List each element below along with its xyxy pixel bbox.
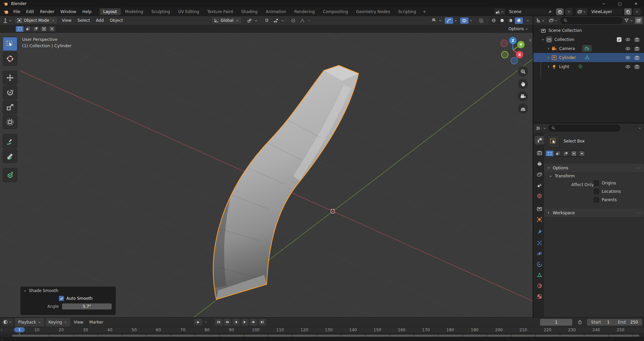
viewport-menu-add[interactable]: Add [93,18,107,23]
tab-workspace-rendering[interactable]: Rendering [290,8,318,15]
nav-pan-button[interactable] [518,79,528,89]
shading-material-preview-button[interactable] [506,17,515,24]
shading-solid-button[interactable] [498,17,506,24]
xray-toggle-icon[interactable] [477,17,485,24]
menu-file[interactable]: File [10,7,23,16]
timeline-menu-keying[interactable]: Keying [46,318,70,327]
properties-tab-object-data[interactable] [535,271,544,279]
jump-to-end-button[interactable] [258,319,266,326]
outliner-filter-type-button[interactable] [548,17,559,24]
viewlayer-name-field[interactable]: ViewLayer [589,8,623,15]
outliner-display-mode-button[interactable] [535,17,546,24]
outliner-row-cylinder[interactable]: Cylinder [533,53,644,62]
status-expand-chevron-icon[interactable]: › [1,337,3,341]
options-dropdown[interactable]: Options [508,26,531,31]
angle-value-field[interactable]: 5.7° [62,303,112,309]
properties-tab-world[interactable] [535,191,544,200]
gizmo-axis-neg-x[interactable] [500,40,508,47]
select-mode-intersect-button[interactable] [48,26,56,32]
gizmo-axis-z[interactable]: Z [509,37,517,44]
select-mode-invert-button[interactable] [40,26,48,32]
delete-viewlayer-button[interactable] [633,8,641,15]
timeline-track[interactable] [0,333,644,337]
new-scene-button[interactable] [556,8,564,15]
chevron-down-icon[interactable] [638,126,642,130]
properties-tab-scene[interactable] [535,181,544,189]
sidebar-collapse-chevron-icon[interactable] [528,38,532,43]
properties-tab-render[interactable] [535,149,544,157]
gizmos-dropdown[interactable] [445,17,458,24]
tool-annotate-button[interactable] [3,134,17,148]
disable-in-renders-camera-icon[interactable] [634,46,640,51]
scene-name-field[interactable]: Scene [507,8,554,15]
timeline-ruler[interactable]: › 10203040506070809010011012013014015016… [0,327,644,333]
active-tool-icon[interactable] [547,135,559,148]
properties-editor-icon[interactable] [536,126,541,131]
overlays-dropdown[interactable] [460,17,473,24]
menu-window[interactable]: Window [57,7,79,16]
tool-move-button[interactable] [3,71,17,85]
select-mode-subtract-button[interactable] [561,151,570,156]
properties-search-input[interactable] [548,125,620,131]
locations-checkbox[interactable] [594,189,599,194]
properties-tab-output[interactable] [535,159,544,168]
editor-type-button[interactable] [2,17,13,24]
play-reverse-button[interactable] [232,319,240,326]
nav-toggle-projection-button[interactable] [518,104,528,114]
tool-measure-button[interactable] [3,149,17,163]
chevron-down-icon[interactable] [543,126,546,130]
preview-range-stopwatch-icon[interactable] [576,319,584,325]
select-mode-intersect-button[interactable] [578,151,586,156]
timeline-scrollbar[interactable] [12,335,639,337]
play-button[interactable] [241,319,249,326]
properties-tab-tool[interactable] [535,136,544,145]
menu-help[interactable]: Help [79,7,94,16]
light-data-icon[interactable] [578,64,583,69]
viewport-menu-select[interactable]: Select [74,18,93,23]
mesh-data-icon[interactable] [585,55,590,60]
select-mode-invert-button[interactable] [570,151,578,156]
pivot-point-dropdown[interactable] [245,17,258,24]
expander-right-icon[interactable] [547,56,551,59]
menu-render[interactable]: Render [37,7,57,16]
collection-exclude-checkbox[interactable] [617,37,622,42]
outliner-row-camera[interactable]: Camera [533,44,644,53]
properties-tab-view-layer[interactable] [535,170,544,179]
current-frame-marker[interactable]: 1 [14,327,25,332]
chevron-down-icon[interactable] [281,19,284,22]
menu-edit[interactable]: Edit [23,7,37,16]
tab-workspace-shading[interactable]: Shading [237,8,261,15]
operator-panel[interactable]: Shade Smooth Auto Smooth Angle 5.7° [20,286,116,315]
expander-right-icon[interactable] [547,65,551,68]
hide-in-viewport-eye-icon[interactable] [625,55,631,60]
properties-tab-physics[interactable] [535,249,544,258]
camera-data-badge[interactable] [582,45,592,52]
mode-dropdown[interactable]: Object Mode [14,17,58,24]
close-button[interactable]: ✕ [628,0,644,7]
properties-tab-collection[interactable] [535,204,544,213]
timeline-menu-marker[interactable]: Marker [86,318,106,327]
auto-smooth-checkbox[interactable] [59,296,64,301]
tab-workspace-sculpting[interactable]: Sculpting [148,8,174,15]
shading-wireframe-button[interactable] [490,17,498,24]
tab-workspace-uv-editing[interactable]: UV Editing [174,8,203,15]
viewlayer-browse-button[interactable] [576,8,587,15]
shading-rendered-button[interactable] [515,17,523,24]
pin-icon[interactable] [548,10,552,14]
select-mode-extend-button[interactable] [553,151,561,156]
navigation-gizmo[interactable]: Z Y X [498,36,527,64]
tool-scale-button[interactable] [3,100,17,114]
select-mode-new-button[interactable] [546,151,553,156]
outliner-row-collection[interactable]: Collection [533,35,644,44]
gizmo-axis-neg-z[interactable] [511,57,518,64]
viewport-menu-view[interactable]: View [59,18,74,23]
gizmo-axis-x[interactable]: X [516,51,523,58]
tool-select-box-button[interactable] [3,37,17,51]
delete-scene-button[interactable] [565,8,573,15]
properties-tab-texture[interactable] [535,292,544,301]
transform-subpanel-header[interactable]: Transform [549,174,575,178]
hide-in-viewport-eye-icon[interactable] [625,46,631,51]
snap-magnet-icon[interactable] [263,17,271,24]
scene-browse-button[interactable] [494,8,505,15]
object-visibility-dropdown[interactable] [429,17,442,24]
